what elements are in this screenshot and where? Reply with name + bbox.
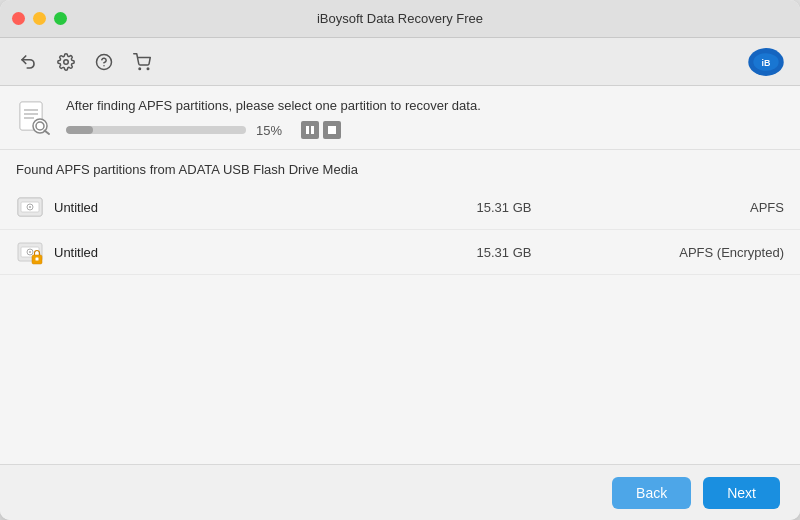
partition-name-1: Untitled [54,200,424,215]
progress-controls [301,121,341,139]
content-area: Found APFS partitions from ADATA USB Fla… [0,150,800,464]
progress-percent: 15% [256,123,291,138]
toolbar: iB [0,38,800,86]
svg-rect-16 [306,126,309,134]
section-header: Found APFS partitions from ADATA USB Fla… [0,150,800,185]
svg-point-23 [29,206,31,208]
maximize-button[interactable] [54,12,67,25]
stop-icon [327,125,337,135]
svg-text:iB: iB [762,57,771,67]
progress-bar [66,126,246,134]
svg-point-27 [29,251,31,253]
partition-size-1: 15.31 GB [424,200,584,215]
pause-button[interactable] [301,121,319,139]
back-button[interactable]: Back [612,477,691,509]
status-area: After finding APFS partitions, please se… [0,86,800,150]
cart-button[interactable] [128,48,156,76]
gear-icon [57,53,75,71]
svg-rect-29 [36,258,39,261]
pause-icon [305,125,315,135]
status-right: After finding APFS partitions, please se… [66,98,784,139]
logo: iB [746,45,786,79]
window-title: iBoysoft Data Recovery Free [317,11,483,26]
minimize-button[interactable] [33,12,46,25]
toolbar-left [14,48,156,76]
next-button[interactable]: Next [703,477,780,509]
partition-row[interactable]: Untitled 15.31 GB APFS (Encrypted) [0,230,800,275]
progress-fill [66,126,93,134]
partition-size-2: 15.31 GB [424,245,584,260]
footer: Back Next [0,464,800,520]
window-controls [12,12,67,25]
status-message: After finding APFS partitions, please se… [66,98,784,113]
partition-type-2: APFS (Encrypted) [584,245,784,260]
help-icon [95,53,113,71]
svg-point-0 [64,59,69,64]
iboysoft-logo: iB [747,46,785,78]
help-button[interactable] [90,48,118,76]
svg-point-4 [147,68,149,70]
cart-icon [133,53,151,71]
drive-icon-2 [16,238,44,266]
stop-button[interactable] [323,121,341,139]
close-button[interactable] [12,12,25,25]
partition-type-1: APFS [584,200,784,215]
back-nav-button[interactable] [14,48,42,76]
drive-icon-1 [16,193,44,221]
svg-point-3 [139,68,141,70]
partition-row[interactable]: Untitled 15.31 GB APFS [0,185,800,230]
svg-rect-17 [311,126,314,134]
progress-row: 15% [66,121,784,139]
back-icon [19,53,37,71]
main-window: iBoysoft Data Recovery Free [0,0,800,520]
svg-rect-18 [328,126,336,134]
scan-icon [16,100,52,136]
svg-line-15 [45,131,50,135]
title-bar: iBoysoft Data Recovery Free [0,0,800,38]
partition-name-2: Untitled [54,245,424,260]
settings-button[interactable] [52,48,80,76]
